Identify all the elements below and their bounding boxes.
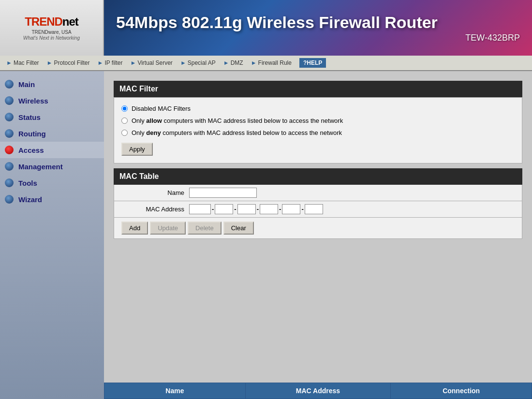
page-title: 54Mbps 802.11g Wireless Firewall Router: [116, 13, 520, 32]
col-mac-address: MAC Address: [245, 383, 391, 399]
mac-filter-body: Disabled MAC Filters Only allow computer…: [114, 97, 522, 163]
sidebar-dot-routing: [5, 129, 14, 138]
radio-row-disabled: Disabled MAC Filters: [121, 103, 515, 115]
help-button[interactable]: ?HELP: [299, 58, 326, 68]
col-connection: Connection: [391, 383, 532, 399]
sidebar-item-access[interactable]: Access: [0, 142, 104, 158]
sidebar-dot-wireless: [5, 96, 14, 105]
sidebar-dot-management: [5, 162, 14, 171]
model-number: TEW-432BRP: [116, 33, 520, 43]
sidebar-item-routing[interactable]: Routing: [0, 125, 104, 142]
sidebar-item-main[interactable]: Main: [0, 76, 104, 92]
nav-arrow-icon: ►: [97, 59, 103, 66]
delete-button[interactable]: Delete: [188, 222, 222, 235]
radio-row-deny: Only deny computers with MAC address lis…: [121, 127, 515, 139]
nav-arrow-icon: ►: [180, 59, 186, 66]
radio-disabled[interactable]: [121, 105, 128, 112]
tab-ip-filter[interactable]: ► IP filter: [93, 58, 126, 68]
name-row: Name: [114, 185, 522, 201]
apply-button[interactable]: Apply: [121, 143, 153, 156]
sidebar-item-management[interactable]: Management: [0, 158, 104, 175]
sidebar-dot-tools: [5, 178, 14, 187]
tab-special-ap[interactable]: ► Special AP: [177, 58, 220, 68]
sidebar-dot-main: [5, 80, 14, 89]
sidebar-dot-wizard: [5, 195, 14, 204]
result-table: Name MAC Address Connection: [104, 383, 532, 399]
mac-seg-2[interactable]: [215, 204, 233, 214]
logo-sub: TRENDware, USA: [31, 30, 71, 35]
nav-arrow-icon: ►: [223, 59, 229, 66]
content-area: MAC Filter Disabled MAC Filters Only all…: [104, 71, 532, 399]
radio-deny[interactable]: [121, 130, 128, 136]
clear-button[interactable]: Clear: [223, 222, 254, 235]
mac-sep-4: -: [279, 206, 281, 213]
mac-seg-1[interactable]: [189, 204, 211, 214]
sidebar-dot-status: [5, 113, 14, 121]
logo-tag: What's Next in Networking: [23, 35, 80, 41]
mac-table-section: MAC Table Name MAC Address - - - - -: [114, 168, 522, 239]
mac-seg-4[interactable]: [260, 204, 278, 214]
sidebar-item-status[interactable]: Status: [0, 109, 104, 125]
sidebar-dot-access: [5, 146, 14, 154]
radio-deny-label: Only deny computers with MAC address lis…: [132, 129, 342, 136]
radio-allow-label: Only allow computers with MAC address li…: [132, 117, 343, 124]
nav-arrow-icon: ►: [6, 59, 12, 66]
nav-tabs-bar: ► Mac Filter ► Protocol Filter ► IP filt…: [0, 56, 532, 71]
logo-panel: TRENDnet TRENDware, USA What's Next in N…: [0, 0, 104, 56]
mac-seg-6[interactable]: [305, 204, 323, 214]
action-buttons-row: Add Update Delete Clear: [114, 218, 522, 239]
nav-arrow-icon: ►: [47, 59, 53, 66]
sidebar: Main Wireless Status Routing Access Mana…: [0, 71, 104, 399]
mac-seg-3[interactable]: [237, 204, 256, 214]
mac-sep-1: -: [212, 206, 214, 213]
mac-filter-header: MAC Filter: [114, 81, 522, 97]
name-input[interactable]: [189, 188, 257, 198]
logo-brand: TRENDnet: [25, 15, 78, 28]
update-button[interactable]: Update: [150, 222, 186, 235]
radio-allow[interactable]: [121, 118, 128, 124]
mac-sep-5: -: [301, 206, 303, 213]
sidebar-item-wizard[interactable]: Wizard: [0, 191, 104, 207]
add-button[interactable]: Add: [121, 222, 148, 235]
mac-sep-2: -: [234, 206, 236, 213]
col-name: Name: [104, 383, 246, 399]
name-label: Name: [121, 189, 184, 196]
radio-disabled-label: Disabled MAC Filters: [132, 105, 191, 112]
nav-arrow-icon: ►: [131, 59, 136, 66]
mac-sep-3: -: [257, 206, 259, 213]
mac-address-row: MAC Address - - - - -: [114, 201, 522, 218]
mac-address-label: MAC Address: [121, 206, 184, 213]
mac-table-header: MAC Table: [114, 168, 522, 185]
mac-seg-5[interactable]: [282, 204, 300, 214]
tab-dmz[interactable]: ► DMZ: [220, 58, 247, 68]
tab-protocol-filter[interactable]: ► Protocol Filter: [43, 58, 94, 68]
tab-mac-filter[interactable]: ► Mac Filter: [2, 58, 43, 68]
tab-virtual-server[interactable]: ► Virtual Server: [127, 58, 177, 68]
sidebar-item-wireless[interactable]: Wireless: [0, 92, 104, 109]
radio-row-allow: Only allow computers with MAC address li…: [121, 115, 515, 127]
sidebar-item-tools[interactable]: Tools: [0, 175, 104, 191]
nav-arrow-icon: ►: [251, 59, 257, 66]
tab-firewall-rule[interactable]: ► Firewall Rule: [247, 58, 296, 68]
